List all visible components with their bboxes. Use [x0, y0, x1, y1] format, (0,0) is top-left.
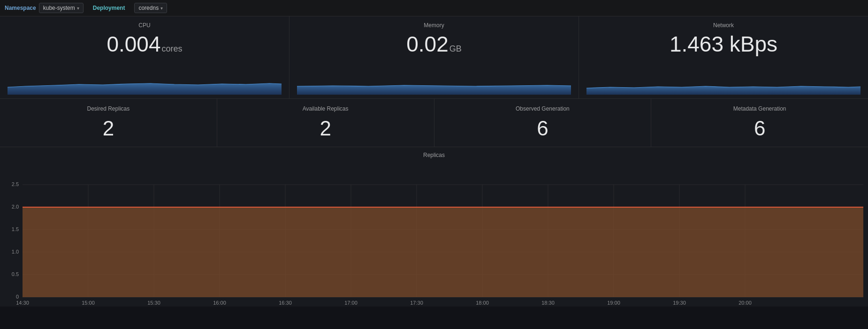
svg-marker-0: [8, 83, 282, 95]
x-label-1830: 18:30: [541, 300, 555, 306]
desired-replicas-value: 2: [103, 117, 114, 140]
network-sparkline-container: [586, 77, 860, 95]
toolbar: Namespace kube-system Deployment coredns: [0, 0, 868, 16]
memory-value: 0.02 GB: [406, 32, 462, 56]
memory-title: Memory: [424, 22, 444, 29]
y-label-00: 0: [16, 294, 19, 299]
metadata-generation-panel: Metadata Generation 6: [651, 99, 868, 147]
x-label-1900: 19:00: [607, 300, 620, 306]
cpu-panel: CPU 0.004 cores: [0, 16, 289, 98]
y-label-15: 1.5: [12, 226, 19, 232]
memory-panel: Memory 0.02 GB: [289, 16, 579, 98]
y-label-05: 0.5: [12, 271, 19, 277]
network-panel: Network 1.463 kBps: [579, 16, 868, 98]
namespace-value: kube-system: [43, 5, 75, 11]
replicas-chart-panel: Replicas 2.5 2.0 1.5 1.0: [0, 147, 868, 307]
network-sparkline: [586, 77, 860, 95]
desired-replicas-panel: Desired Replicas 2: [0, 99, 217, 147]
y-label-10: 1.0: [12, 249, 19, 254]
observed-generation-value: 6: [537, 117, 548, 140]
x-label-1530: 15:30: [147, 300, 160, 306]
x-label-1800: 18:00: [476, 300, 489, 306]
network-title: Network: [713, 22, 734, 29]
memory-sparkline: [297, 77, 571, 95]
x-label-1500: 15:00: [82, 300, 95, 306]
memory-sparkline-container: [297, 77, 571, 95]
metadata-generation-title: Metadata Generation: [733, 105, 786, 112]
available-replicas-title: Available Replicas: [303, 105, 349, 112]
available-replicas-value: 2: [320, 117, 331, 140]
x-label-2000: 20:00: [739, 300, 752, 306]
desired-replicas-title: Desired Replicas: [87, 105, 130, 112]
replicas-chart-title: Replicas: [0, 152, 868, 158]
cpu-unit: cores: [162, 45, 183, 54]
namespace-dropdown[interactable]: kube-system: [39, 3, 84, 13]
coredns-dropdown[interactable]: coredns: [134, 3, 167, 13]
svg-marker-1: [297, 85, 571, 95]
network-value: 1.463 kBps: [670, 32, 777, 56]
metrics-row: CPU 0.004 cores Memory 0.02 GB: [0, 16, 868, 99]
deployment-label: Deployment: [93, 5, 125, 11]
replicas-chart-svg: 2.5 2.0 1.5 1.0 0.5 0 14:30 15:00 15:30 …: [0, 161, 868, 307]
observed-generation-title: Observed Generation: [516, 105, 570, 112]
x-label-1430: 14:30: [16, 300, 29, 306]
stat-row: Desired Replicas 2 Available Replicas 2 …: [0, 99, 868, 147]
y-label-20: 2.0: [12, 204, 19, 209]
memory-number: 0.02: [406, 32, 449, 56]
cpu-value: 0.004 cores: [107, 32, 182, 56]
y-label-25: 2.5: [12, 181, 19, 187]
x-label-1600: 16:00: [213, 300, 226, 306]
svg-rect-21: [23, 207, 863, 297]
network-number: 1.463 kBps: [670, 32, 777, 56]
x-label-1630: 16:30: [279, 300, 292, 306]
coredns-value: coredns: [138, 5, 159, 11]
x-label-1700: 17:00: [344, 300, 358, 306]
cpu-number: 0.004: [107, 32, 160, 56]
namespace-label: Namespace: [5, 5, 36, 11]
observed-generation-panel: Observed Generation 6: [434, 99, 652, 147]
metadata-generation-value: 6: [754, 117, 765, 140]
cpu-title: CPU: [138, 22, 150, 29]
x-label-1930: 19:30: [673, 300, 686, 306]
cpu-sparkline: [8, 77, 282, 95]
available-replicas-panel: Available Replicas 2: [217, 99, 434, 147]
x-label-1730: 17:30: [410, 300, 423, 306]
cpu-sparkline-container: [8, 77, 282, 95]
memory-unit: GB: [449, 45, 462, 54]
